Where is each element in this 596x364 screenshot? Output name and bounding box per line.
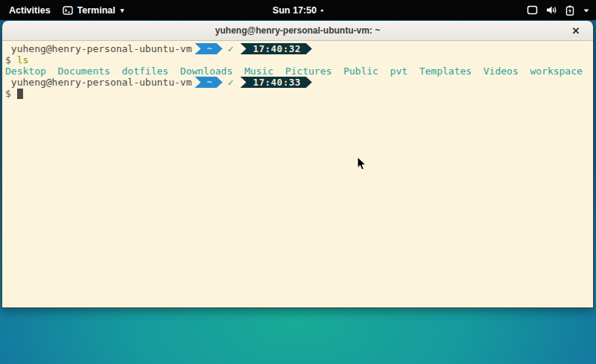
volume-icon bbox=[546, 5, 557, 15]
ls-output-line: Desktop Documents dotfiles Downloads Mus… bbox=[5, 66, 593, 77]
close-button[interactable]: ✕ bbox=[569, 24, 583, 37]
prompt-symbol: $ bbox=[5, 88, 11, 99]
app-menu-label: Terminal bbox=[77, 5, 115, 16]
mouse-cursor bbox=[357, 156, 367, 174]
command-text: ls bbox=[17, 54, 29, 66]
clock-label: Sun 17:50 bbox=[273, 5, 317, 16]
terminal-window: yuheng@henry-personal-ubuntu-vm: ~ ✕ yuh… bbox=[1, 21, 594, 308]
command-line: $ ls bbox=[5, 54, 593, 66]
user-host-text: yuheng@henry-personal-ubuntu-vm bbox=[5, 43, 191, 54]
terminal-cursor bbox=[17, 89, 23, 99]
input-line[interactable]: $ bbox=[5, 88, 593, 99]
window-title: yuheng@henry-personal-ubuntu-vm: ~ bbox=[215, 25, 380, 36]
notification-dot: ● bbox=[320, 7, 323, 13]
chevron-down-icon: ▾ bbox=[121, 7, 124, 14]
activities-button[interactable]: Activities bbox=[7, 2, 52, 19]
clock-button[interactable]: Sun 17:50 ● bbox=[273, 0, 323, 20]
time-badge: 17:40:33 bbox=[241, 77, 312, 88]
ls-output: Desktop Documents dotfiles Downloads Mus… bbox=[5, 66, 583, 77]
top-bar: Activities Terminal ▾ Sun 17:50 ● bbox=[0, 0, 596, 20]
display-icon bbox=[527, 5, 538, 15]
time-badge: 17:40:32 bbox=[241, 43, 312, 54]
user-host-text: yuheng@henry-personal-ubuntu-vm bbox=[5, 77, 191, 88]
prompt-line-2: yuheng@henry-personal-ubuntu-vm ~ ✓ 17:4… bbox=[5, 77, 593, 88]
system-status-area[interactable] bbox=[527, 0, 590, 20]
chevron-down-icon bbox=[583, 7, 590, 13]
window-titlebar[interactable]: yuheng@henry-personal-ubuntu-vm: ~ ✕ bbox=[2, 21, 593, 41]
cwd-badge: ~ bbox=[194, 43, 222, 54]
app-menu-terminal[interactable]: Terminal ▾ bbox=[63, 5, 124, 16]
terminal-content[interactable]: yuheng@henry-personal-ubuntu-vm ~ ✓ 17:4… bbox=[2, 41, 593, 307]
prompt-line-1: yuheng@henry-personal-ubuntu-vm ~ ✓ 17:4… bbox=[5, 43, 593, 54]
battery-charging-icon bbox=[565, 5, 574, 16]
terminal-icon bbox=[63, 6, 73, 15]
prompt-symbol: $ bbox=[5, 54, 11, 66]
status-ok-icon: ✓ bbox=[228, 43, 234, 54]
status-ok-icon: ✓ bbox=[228, 77, 234, 88]
cwd-badge: ~ bbox=[194, 77, 222, 88]
